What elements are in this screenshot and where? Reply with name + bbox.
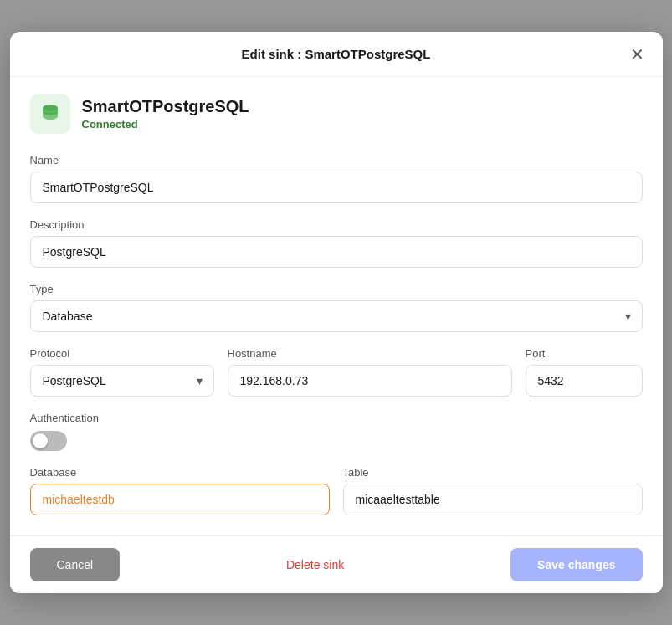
sink-name: SmartOTPostgreSQL — [82, 97, 249, 116]
db-table-row: Database Table — [30, 466, 643, 515]
auth-toggle-slider — [30, 431, 67, 451]
modal-title: Edit sink : SmartOTPostgreSQL — [242, 47, 431, 61]
auth-section: Authentication — [30, 412, 643, 451]
name-input[interactable] — [30, 172, 643, 203]
cancel-button[interactable]: Cancel — [30, 548, 121, 581]
delete-sink-button[interactable]: Delete sink — [269, 548, 361, 581]
hostname-label: Hostname — [228, 347, 512, 360]
protocol-label: Protocol — [30, 347, 214, 360]
modal-body: SmartOTPostgreSQL Connected Name Descrip… — [10, 77, 663, 535]
port-field-group: Port — [526, 347, 643, 397]
name-label: Name — [30, 154, 643, 166]
sink-info: SmartOTPostgreSQL Connected — [30, 94, 643, 139]
table-field-group: Table — [343, 466, 643, 515]
save-changes-button[interactable]: Save changes — [510, 548, 642, 581]
description-input[interactable] — [30, 236, 643, 268]
hostname-field-group: Hostname — [228, 347, 512, 397]
sink-status: Connected — [82, 118, 249, 131]
protocol-select[interactable]: PostgreSQL MySQL MSSQL SQLite — [30, 365, 214, 397]
modal-footer: Cancel Delete sink Save changes — [10, 535, 663, 593]
protocol-field-group: Protocol PostgreSQL MySQL MSSQL SQLite ▾ — [30, 347, 214, 397]
database-label: Database — [30, 466, 330, 479]
database-field-group: Database — [30, 466, 330, 515]
type-select-wrapper: Database File API ▾ — [30, 300, 643, 332]
type-label: Type — [30, 283, 643, 295]
type-field-group: Type Database File API ▾ — [30, 283, 643, 332]
modal-header: Edit sink : SmartOTPostgreSQL ✕ — [10, 32, 663, 77]
table-input[interactable] — [343, 484, 643, 515]
close-button[interactable]: ✕ — [627, 43, 648, 66]
connection-row: Protocol PostgreSQL MySQL MSSQL SQLite ▾… — [30, 347, 643, 397]
sink-icon-wrapper — [30, 94, 70, 134]
port-input[interactable] — [526, 365, 643, 397]
hostname-input[interactable] — [228, 365, 512, 397]
auth-toggle[interactable] — [30, 431, 67, 451]
type-select[interactable]: Database File API — [30, 300, 643, 332]
database-input[interactable] — [30, 484, 330, 515]
description-field-group: Description — [30, 218, 643, 268]
table-label: Table — [343, 466, 643, 479]
edit-sink-modal: Edit sink : SmartOTPostgreSQL ✕ SmartOTP… — [10, 32, 663, 593]
auth-label: Authentication — [30, 412, 643, 424]
description-label: Description — [30, 218, 643, 231]
port-label: Port — [526, 347, 643, 360]
sink-name-area: SmartOTPostgreSQL Connected — [82, 97, 249, 131]
name-field-group: Name — [30, 154, 643, 203]
protocol-select-wrapper: PostgreSQL MySQL MSSQL SQLite ▾ — [30, 365, 214, 397]
database-icon — [38, 102, 62, 126]
